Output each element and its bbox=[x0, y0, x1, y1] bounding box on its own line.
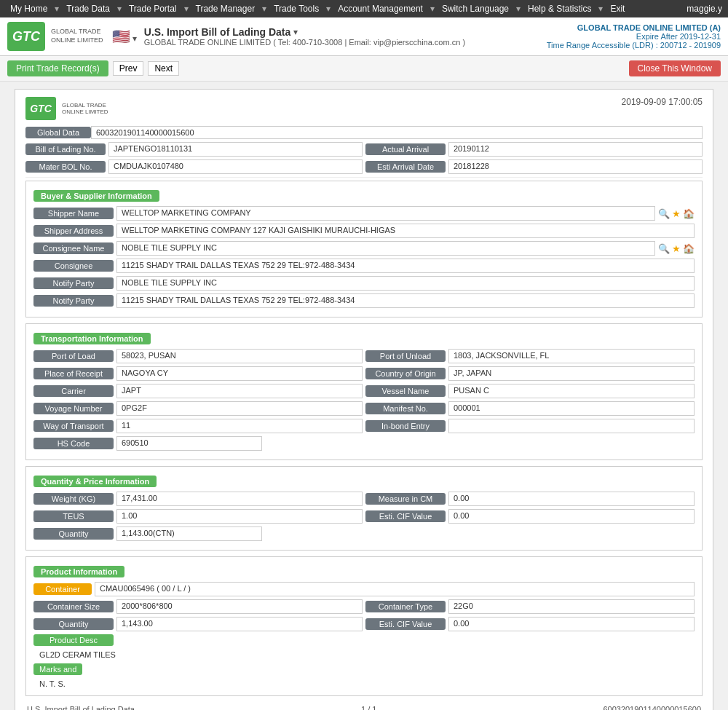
consignee-label: Consignee bbox=[33, 260, 114, 272]
prev-button[interactable]: Prev bbox=[113, 61, 144, 76]
record-header: GTC GLOBAL TRADE ONLINE LIMITED 2019-09-… bbox=[25, 97, 703, 120]
inbond-value bbox=[448, 419, 695, 433]
master-bol-value: CMDUAJK0107480 bbox=[108, 159, 363, 174]
voyage-value: 0PG2F bbox=[116, 401, 363, 416]
header-contact: GLOBAL TRADE ONLINE LIMITED ( Tel: 400-7… bbox=[144, 38, 465, 47]
top-toolbar: Print Trade Record(s) Prev Next Close Th… bbox=[0, 56, 728, 82]
nav-exit[interactable]: Exit bbox=[606, 4, 629, 14]
container-type-value: 22G0 bbox=[448, 599, 695, 614]
shipper-address-value: WELLTOP MARKETING COMPANY 127 KAJI GAISH… bbox=[116, 224, 695, 238]
record-footer-label: U.S. Import Bill of Lading Data bbox=[27, 705, 135, 710]
port-unload-value: 1803, JACKSONVILLE, FL bbox=[448, 349, 695, 363]
nav-items: My Home ▾ Trade Data ▾ Trade Portal ▾ Tr… bbox=[6, 4, 629, 14]
hscode-value: 690510 bbox=[116, 436, 262, 451]
product-qty-value: 1,143.00 bbox=[116, 617, 363, 631]
nav-trade-data[interactable]: Trade Data bbox=[62, 4, 114, 14]
record-logo-small: GLOBAL TRADE ONLINE LIMITED bbox=[62, 102, 108, 115]
notify-party-1-row: Notify Party NOBLE TILE SUPPLY INC bbox=[33, 276, 695, 291]
record-footer-id: 6003201901140000015600 bbox=[603, 705, 701, 710]
nav-trade-tools[interactable]: Trade Tools bbox=[269, 4, 323, 14]
nav-help-statistics[interactable]: Help & Statistics bbox=[523, 4, 596, 14]
buyer-supplier-section: Buyer & Supplier Information Shipper Nam… bbox=[25, 181, 703, 317]
carrier-col: Carrier JAPT bbox=[33, 384, 363, 398]
inbond-label: In-bond Entry bbox=[365, 420, 446, 432]
nav-trade-manager[interactable]: Trade Manager bbox=[191, 4, 260, 14]
main-content: GTC GLOBAL TRADE ONLINE LIMITED 2019-09-… bbox=[0, 82, 728, 710]
product-desc-value: GL2D CERAM TILES bbox=[33, 649, 695, 660]
carrier-vessel-row: Carrier JAPT Vessel Name PUSAN C bbox=[33, 384, 695, 398]
quantity-label: Quantity bbox=[33, 528, 114, 540]
consignee-search-icon[interactable]: 🔍 bbox=[658, 243, 670, 254]
transport-inbond-row: Way of Transport 11 In-bond Entry bbox=[33, 419, 695, 433]
container-row: Container CMAU0065496 ( 00 / L / ) bbox=[33, 582, 695, 596]
shipper-name-value: WELLTOP MARKETING COMPANY bbox=[116, 206, 655, 221]
shipper-home-icon[interactable]: 🏠 bbox=[683, 208, 695, 219]
container-size-col: Container Size 2000*806*800 bbox=[33, 599, 363, 614]
consignee-star-icon[interactable]: ★ bbox=[672, 243, 681, 254]
close-window-button[interactable]: Close This Window bbox=[629, 60, 721, 76]
shipper-star-icon[interactable]: ★ bbox=[672, 208, 681, 219]
nav-switch-language[interactable]: Switch Language bbox=[438, 4, 513, 14]
transportation-section: Transportation Information Port of Load … bbox=[25, 323, 703, 460]
measure-label: Measure in CM bbox=[365, 493, 446, 505]
port-row: Port of Load 58023, PUSAN Port of Unload… bbox=[33, 349, 695, 363]
nav-trade-portal[interactable]: Trade Portal bbox=[124, 4, 181, 14]
record-footer: U.S. Import Bill of Lading Data 1 / 1 60… bbox=[25, 702, 703, 710]
receipt-label: Place of Receipt bbox=[33, 368, 114, 379]
esti-arrival-col: Esti Arrival Date 20181228 bbox=[365, 159, 703, 174]
notify-party-2-value: 11215 SHADY TRAIL DALLAS TEXAS 752 29 TE… bbox=[116, 293, 695, 308]
logo-area: GTC GLOBAL TRADE ONLINE LIMITED bbox=[7, 22, 103, 51]
weight-label: Weight (KG) bbox=[33, 493, 114, 505]
cif-col: Esti. CIF Value 0.00 bbox=[365, 509, 695, 524]
shipper-search-icon[interactable]: 🔍 bbox=[658, 208, 670, 219]
print-record-button[interactable]: Print Trade Record(s) bbox=[7, 60, 108, 76]
logo-text: GLOBAL TRADE ONLINE LIMITED bbox=[51, 28, 103, 44]
shipper-name-row: Shipper Name WELLTOP MARKETING COMPANY 🔍… bbox=[33, 206, 695, 221]
header-right: GLOBAL TRADE ONLINE LIMITED (A) Expire A… bbox=[547, 23, 721, 50]
shipper-address-row: Shipper Address WELLTOP MARKETING COMPAN… bbox=[33, 224, 695, 238]
flag-icon: 🇺🇸 ▾ bbox=[112, 28, 137, 45]
notify-party-2-label: Notify Party bbox=[33, 295, 114, 307]
measure-value: 0.00 bbox=[448, 492, 695, 506]
receipt-col: Place of Receipt NAGOYA CY bbox=[33, 366, 363, 381]
product-cif-value: 0.00 bbox=[448, 617, 695, 631]
bol-row: Bill of Lading No. JAPTENGO18110131 Actu… bbox=[25, 142, 703, 157]
container-type-col: Container Type 22G0 bbox=[365, 599, 695, 614]
bol-label: Bill of Lading No. bbox=[25, 143, 106, 155]
consignee-home-icon[interactable]: 🏠 bbox=[683, 243, 695, 254]
product-cif-col: Esti. CIF Value 0.00 bbox=[365, 617, 695, 631]
country-label: Country of Origin bbox=[365, 368, 446, 379]
weight-col: Weight (KG) 17,431.00 bbox=[33, 492, 363, 506]
manifest-value: 000001 bbox=[448, 401, 695, 416]
nav-user: maggie.y bbox=[687, 4, 722, 14]
teus-col: TEUS 1.00 bbox=[33, 509, 363, 524]
transportation-header: Transportation Information bbox=[33, 333, 151, 344]
carrier-value: JAPT bbox=[116, 384, 363, 398]
consignee-icons: 🔍 ★ 🏠 bbox=[658, 243, 695, 254]
teus-label: TEUS bbox=[33, 510, 114, 522]
consignee-name-label: Consignee Name bbox=[33, 242, 114, 254]
notify-party-1-value: NOBLE TILE SUPPLY INC bbox=[116, 276, 695, 291]
header-title-area: U.S. Import Bill of Lading Data ▾ GLOBAL… bbox=[144, 26, 465, 47]
consignee-name-row: Consignee Name NOBLE TILE SUPPLY INC 🔍 ★… bbox=[33, 241, 695, 256]
container-value: CMAU0065496 ( 00 / L / ) bbox=[95, 582, 695, 596]
next-button[interactable]: Next bbox=[148, 61, 179, 76]
shipper-name-label: Shipper Name bbox=[33, 208, 114, 219]
receipt-value: NAGOYA CY bbox=[116, 366, 363, 381]
nav-account-management[interactable]: Account Management bbox=[333, 4, 427, 14]
country-value: JP, JAPAN bbox=[448, 366, 695, 381]
port-unload-label: Port of Unload bbox=[365, 350, 446, 362]
buyer-supplier-header: Buyer & Supplier Information bbox=[33, 190, 159, 202]
container-type-label: Container Type bbox=[365, 601, 446, 612]
master-bol-label: Mater BOL No. bbox=[25, 161, 106, 173]
product-cif-label: Esti. CIF Value bbox=[365, 618, 446, 630]
manifest-col: Manifest No. 000001 bbox=[365, 401, 695, 416]
marks-button[interactable]: Marks and bbox=[33, 663, 82, 675]
weight-measure-row: Weight (KG) 17,431.00 Measure in CM 0.00 bbox=[33, 492, 695, 506]
nav-my-home[interactable]: My Home bbox=[6, 4, 52, 14]
container-label: Container bbox=[33, 583, 92, 595]
container-size-value: 2000*806*800 bbox=[116, 599, 363, 614]
carrier-label: Carrier bbox=[33, 385, 114, 397]
page-header: GTC GLOBAL TRADE ONLINE LIMITED 🇺🇸 ▾ U.S… bbox=[0, 17, 728, 56]
transport-col: Way of Transport 11 bbox=[33, 419, 363, 433]
